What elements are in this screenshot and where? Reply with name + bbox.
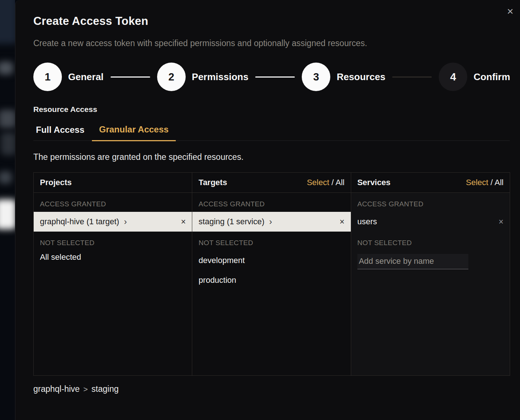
services-column-body: ACCESS GRANTED users × NOT SELECTED: [351, 193, 510, 375]
remove-icon[interactable]: ×: [339, 217, 344, 227]
step-label: General: [68, 71, 104, 83]
remove-icon[interactable]: ×: [499, 217, 504, 227]
not-selected-label: NOT SELECTED: [34, 232, 192, 251]
granted-project-row[interactable]: graphql-hive (1 target) › ×: [34, 212, 192, 232]
access-granted-label: ACCESS GRANTED: [34, 193, 192, 212]
granted-target-name: staging (1 service): [198, 217, 264, 226]
select-all-separator: /: [488, 178, 494, 187]
projects-all-selected-text: All selected: [34, 251, 192, 264]
step-connector: [255, 76, 295, 78]
step-general[interactable]: 1 General: [33, 63, 104, 91]
wizard-stepper: 1 General 2 Permissions 3 Resources 4 Co…: [33, 63, 510, 91]
step-resources[interactable]: 3 Resources: [302, 63, 385, 91]
step-label: Permissions: [192, 71, 249, 83]
dialog-title: Create Access Token: [33, 15, 510, 28]
projects-column: Projects ACCESS GRANTED graphql-hive (1 …: [34, 173, 192, 375]
projects-column-body: ACCESS GRANTED graphql-hive (1 target) ›…: [34, 193, 192, 375]
services-all-link[interactable]: All: [495, 178, 504, 187]
step-permissions[interactable]: 2 Permissions: [157, 63, 249, 91]
tab-granular-access[interactable]: Granular Access: [92, 124, 176, 141]
projects-column-header: Projects: [34, 173, 192, 193]
targets-column-body: ACCESS GRANTED staging (1 service) › × N…: [192, 193, 350, 375]
close-icon[interactable]: ×: [505, 4, 515, 18]
step-number-circle: 2: [157, 63, 186, 91]
access-granted-label: ACCESS GRANTED: [351, 193, 510, 212]
services-select-all: Select / All: [466, 178, 504, 187]
column-title: Projects: [40, 178, 72, 187]
backdrop-blur-blob: [0, 199, 15, 229]
target-option-production[interactable]: production: [192, 270, 350, 290]
resource-picker: Projects ACCESS GRANTED graphql-hive (1 …: [33, 172, 510, 376]
granted-service-row[interactable]: users ×: [351, 212, 510, 232]
step-connector: [111, 76, 150, 78]
backdrop-blur-blob: [0, 61, 13, 75]
select-all-separator: /: [329, 178, 335, 187]
resource-access-heading: Resource Access: [33, 105, 510, 114]
create-access-token-dialog: × Create Access Token Create a new acces…: [15, 0, 520, 420]
granular-access-hint: The permissions are granted on the speci…: [33, 152, 510, 162]
remove-icon[interactable]: ×: [181, 217, 186, 227]
step-label: Resources: [337, 71, 385, 83]
targets-column-header: Targets Select / All: [192, 173, 350, 193]
step-connector: [392, 76, 432, 78]
step-label: Confirm: [473, 71, 510, 83]
targets-select-link[interactable]: Select: [307, 178, 329, 187]
targets-select-all: Select / All: [307, 178, 345, 187]
backdrop-blur-blob: [0, 171, 12, 184]
breadcrumb-project: graphql-hive: [33, 384, 80, 394]
tab-full-access[interactable]: Full Access: [33, 124, 92, 140]
step-number-circle: 4: [439, 63, 467, 91]
backdrop-blur-blob: [0, 0, 15, 44]
step-number-circle: 3: [302, 63, 330, 91]
granted-project-name: graphql-hive (1 target): [40, 217, 119, 226]
not-selected-label: NOT SELECTED: [192, 232, 350, 251]
step-number-circle: 1: [33, 63, 62, 91]
targets-all-link[interactable]: All: [335, 178, 344, 187]
backdrop-blur-blob: [1, 132, 15, 155]
dialog-description: Create a new access token with specified…: [33, 38, 510, 48]
granted-service-name: users: [357, 217, 377, 226]
services-column: Services Select / All ACCESS GRANTED use…: [351, 173, 510, 375]
not-selected-label: NOT SELECTED: [351, 232, 510, 251]
breadcrumb-separator: >: [83, 385, 88, 394]
page-backdrop: [0, 0, 15, 420]
chevron-right-icon[interactable]: ›: [124, 218, 127, 226]
services-column-header: Services Select / All: [351, 173, 510, 193]
access-mode-tabs: Full Access Granular Access: [33, 124, 510, 141]
column-title: Targets: [198, 178, 227, 187]
access-granted-label: ACCESS GRANTED: [192, 193, 350, 212]
column-title: Services: [357, 178, 391, 187]
chevron-right-icon[interactable]: ›: [269, 218, 272, 226]
add-service-input[interactable]: [357, 254, 468, 269]
granted-target-row[interactable]: staging (1 service) › ×: [192, 212, 350, 232]
step-confirm[interactable]: 4 Confirm: [439, 63, 510, 91]
services-select-link[interactable]: Select: [466, 178, 488, 187]
target-option-development[interactable]: development: [192, 251, 350, 270]
backdrop-blur-blob: [0, 110, 15, 128]
targets-column: Targets Select / All ACCESS GRANTED stag…: [192, 173, 351, 375]
breadcrumb-target: staging: [92, 384, 119, 394]
breadcrumb: graphql-hive > staging: [33, 384, 510, 394]
